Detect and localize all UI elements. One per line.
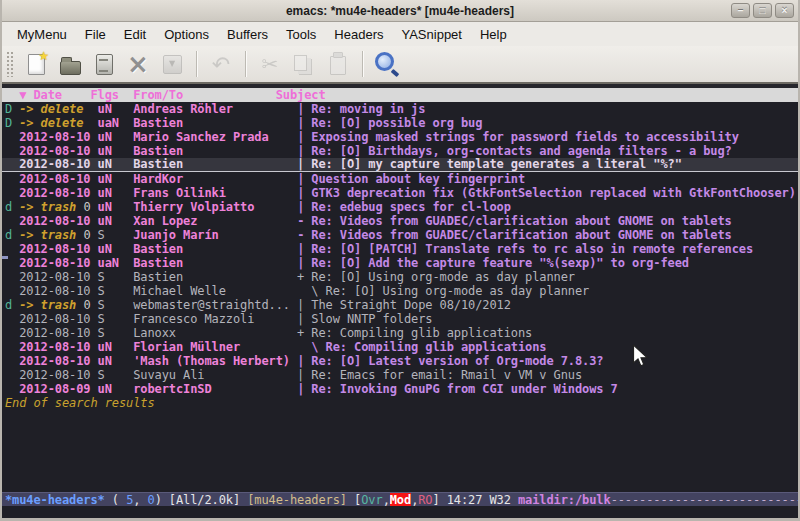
undo-icon (206, 49, 236, 79)
row-text: 2012-08-10 uaN (5, 256, 133, 270)
minimize-button[interactable]: – (731, 3, 750, 18)
menu-item-mymenu[interactable]: MyMenu (8, 24, 76, 45)
row-text: -> delete (19, 102, 90, 116)
row-text: d (5, 298, 19, 312)
menu-item-file[interactable]: File (76, 24, 115, 45)
message-row[interactable]: 2012-08-10 uN Bastien | Re: [O] Birthday… (2, 144, 798, 158)
row-text: Frans Oilinki (133, 186, 297, 200)
row-text: 2012-08-10 uN (5, 354, 133, 368)
row-text: D (5, 116, 19, 130)
row-text: 2012-08-10 S Francesco Mazzoli | Slow NN… (5, 312, 432, 326)
menu-item-buffers[interactable]: Buffers (218, 24, 277, 45)
message-row[interactable]: 2012-08-10 uN HardKor | Question about k… (2, 172, 798, 186)
paste-icon (323, 49, 353, 79)
row-text: 2012-08-10 S Bastien + Re: [O] Using org… (5, 270, 575, 284)
toolbar-separator (245, 51, 246, 77)
message-row[interactable]: d -> trash 0 uN Thierry Volpiatto | Re: … (2, 200, 798, 214)
message-row[interactable]: 2012-08-10 S Michael Welle \ Re: [O] Usi… (2, 284, 798, 298)
maximize-button[interactable]: □ (753, 3, 772, 18)
copy-icon (289, 49, 319, 79)
mode-line-segment: ] 14:27 W32 (433, 493, 519, 506)
message-row-current[interactable]: 2012-08-10 uN Bastien | Re: [O] my captu… (2, 158, 798, 172)
save-icon (157, 49, 187, 79)
open-folder-icon[interactable] (55, 49, 85, 79)
row-text: Bastien (133, 144, 297, 158)
row-text: -> trash (19, 298, 83, 312)
row-text: 0 (83, 200, 90, 214)
mode-line-segment: ----------------------------------------… (611, 493, 798, 506)
mode-line-segment: RO (418, 493, 432, 506)
mode-line-segment: [mu4e-headers] (247, 493, 347, 506)
mode-line-segment: 0 (148, 493, 155, 506)
row-text: S (91, 228, 134, 242)
column-header-line[interactable]: ▼ Date Flgs From/To Subject (2, 88, 798, 102)
message-row[interactable]: 2012-08-10 S Francesco Mazzoli | Slow NN… (2, 312, 798, 326)
row-text: uN (91, 102, 134, 116)
end-of-search-results: End of search results (2, 396, 798, 410)
mode-line-segment: *mu4e-headers* (5, 493, 105, 506)
message-row[interactable]: 2012-08-10 S Suvayu Ali | Re: Emacs for … (2, 368, 798, 382)
message-row[interactable]: 2012-08-10 S Bastien + Re: [O] Using org… (2, 270, 798, 284)
empty-buffer-space (2, 410, 798, 492)
menu-item-edit[interactable]: Edit (115, 24, 155, 45)
message-row[interactable]: 2012-08-09 uN robertcInSD | Re: Invoking… (2, 382, 798, 396)
row-text: Florian Müllner (133, 340, 297, 354)
close-button[interactable]: × (775, 3, 794, 18)
mode-line-segment: Ovr (361, 493, 382, 506)
menu-item-options[interactable]: Options (155, 24, 218, 45)
row-text: Thierry Volpiatto (133, 200, 297, 214)
row-text: Juanjo Marín (133, 228, 297, 242)
menu-bar: MyMenuFileEditOptionsBuffersToolsHeaders… (2, 22, 798, 46)
row-text: | GTK3 deprecation fix (GtkFontSelection… (297, 186, 796, 200)
toolbar-grip-handle[interactable] (6, 51, 15, 77)
menu-item-headers[interactable]: Headers (325, 24, 392, 45)
row-text: -> trash (19, 200, 83, 214)
message-row[interactable]: d -> trash 0 S Juanjo Marín - Re: Videos… (2, 228, 798, 242)
search-icon[interactable] (372, 49, 402, 79)
row-text: 0 (83, 228, 90, 242)
menu-item-help[interactable]: Help (471, 24, 516, 45)
title-bar[interactable]: emacs: *mu4e-headers* [mu4e-headers] –□× (2, 0, 798, 22)
file-cabinet-icon[interactable] (89, 49, 119, 79)
message-row[interactable]: 2012-08-10 uN Bastien | Re: [O] [PATCH] … (2, 242, 798, 256)
mode-line-segment: , (133, 493, 147, 506)
message-row[interactable]: 2012-08-10 S Lanoxx + Re: Compiling glib… (2, 326, 798, 340)
row-text: 2012-08-10 uN (5, 144, 133, 158)
row-text: | Re: [O] Latest version of Org-mode 7.8… (297, 354, 603, 368)
message-row[interactable]: D -> delete uN Andreas Röhler | Re: movi… (2, 102, 798, 116)
row-text: | Re: [O] Birthdays, org-contacts and ag… (297, 144, 732, 158)
row-text: 2012-08-10 uN Bastien | Re: [O] my captu… (5, 158, 682, 171)
message-row[interactable]: 2012-08-10 uN 'Mash (Thomas Herbert) | R… (2, 354, 798, 368)
menu-item-yasnippet[interactable]: YASnippet (392, 24, 470, 45)
row-text: Bastien (133, 242, 297, 256)
mode-line[interactable]: *mu4e-headers* ( 5, 0) [All/2.0k] [mu4e-… (2, 492, 798, 506)
message-row[interactable]: 2012-08-10 uN Frans Oilinki | GTK3 depre… (2, 186, 798, 200)
row-text: 2012-08-10 uN (5, 130, 133, 144)
row-text: 2012-08-10 S Michael Welle \ Re: [O] Usi… (5, 284, 589, 298)
message-row[interactable]: 2012-08-10 uN Xan Lopez - Re: Videos fro… (2, 214, 798, 228)
message-row[interactable]: 2012-08-10 uaN Bastien | Re: [O] Add the… (2, 256, 798, 270)
row-text: | Re: [O] [PATCH] Translate refs to rc a… (297, 242, 753, 256)
message-row[interactable]: d -> trash 0 S webmaster@straightd... | … (2, 298, 798, 312)
row-text: HardKor (133, 172, 297, 186)
row-text: 2012-08-10 uN (5, 186, 133, 200)
window-title: emacs: *mu4e-headers* [mu4e-headers] (286, 4, 514, 18)
message-row[interactable]: 2012-08-10 uN Florian Müllner \ Re: Comp… (2, 340, 798, 354)
message-row[interactable]: 2012-08-10 uN Mario Sanchez Prada | Expo… (2, 130, 798, 144)
row-text: | Question about key fingerprint (297, 172, 525, 186)
row-text: Bastien (133, 256, 297, 270)
mode-line-segment: maildir:/bulk (518, 493, 611, 506)
cut-icon (255, 49, 285, 79)
mode-line-segment: ) [All/2.0k] (155, 493, 248, 506)
row-text: 'Mash (Thomas Herbert) (133, 354, 297, 368)
row-text: -> delete (19, 116, 90, 130)
echo-area[interactable] (2, 506, 798, 518)
row-text: 0 (83, 298, 90, 312)
row-text: S webmaster@straightd... | The Straight … (91, 298, 511, 312)
new-file-icon[interactable] (21, 49, 51, 79)
menu-item-tools[interactable]: Tools (277, 24, 325, 45)
close-buffer-icon[interactable] (123, 49, 153, 79)
message-row[interactable]: D -> delete uaN Bastien | Re: [O] possib… (2, 116, 798, 130)
mode-line-segment: , (383, 493, 390, 506)
row-text: - Re: Videos from GUADEC/clarification a… (297, 228, 732, 242)
